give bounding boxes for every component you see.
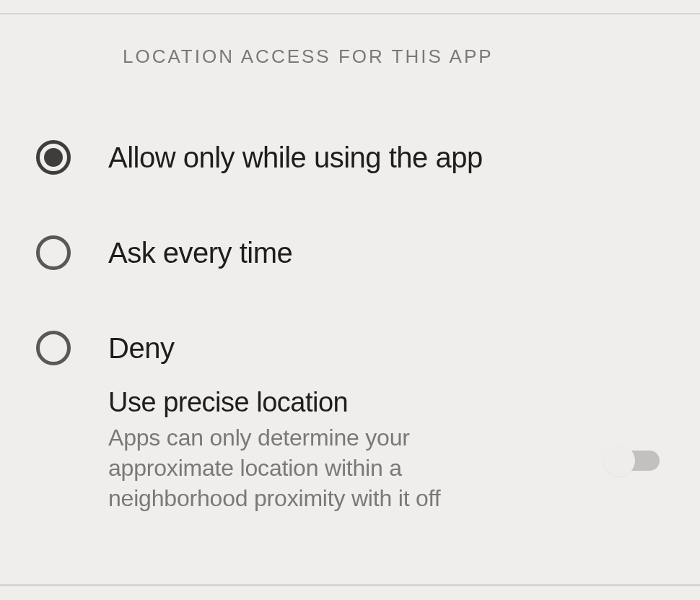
settings-panel: LOCATION ACCESS FOR THIS APP Allow only … [0, 0, 700, 600]
radio-label: Allow only while using the app [108, 142, 483, 174]
radio-icon-unselected [36, 331, 71, 365]
toggle-thumb-icon [603, 445, 635, 477]
radio-option-allow-while-using[interactable]: Allow only while using the app [36, 110, 671, 205]
precise-location-title: Use precise location [108, 387, 541, 418]
divider-top [0, 13, 700, 14]
radio-label: Ask every time [108, 237, 292, 269]
precise-location-row[interactable]: Use precise location Apps can only deter… [108, 387, 660, 513]
radio-icon-unselected [36, 235, 71, 270]
location-access-radio-group: Allow only while using the app Ask every… [36, 110, 671, 396]
divider-bottom [0, 584, 700, 586]
precise-location-description: Apps can only determine your approximate… [108, 422, 484, 513]
radio-inner-dot [44, 148, 63, 167]
radio-option-deny[interactable]: Deny [36, 300, 671, 396]
precise-location-toggle[interactable] [606, 451, 660, 471]
section-header: LOCATION ACCESS FOR THIS APP [123, 45, 494, 68]
radio-option-ask-every-time[interactable]: Ask every time [36, 205, 671, 300]
radio-label: Deny [108, 332, 174, 365]
precise-location-text: Use precise location Apps can only deter… [108, 387, 606, 513]
radio-icon-selected [36, 140, 71, 175]
